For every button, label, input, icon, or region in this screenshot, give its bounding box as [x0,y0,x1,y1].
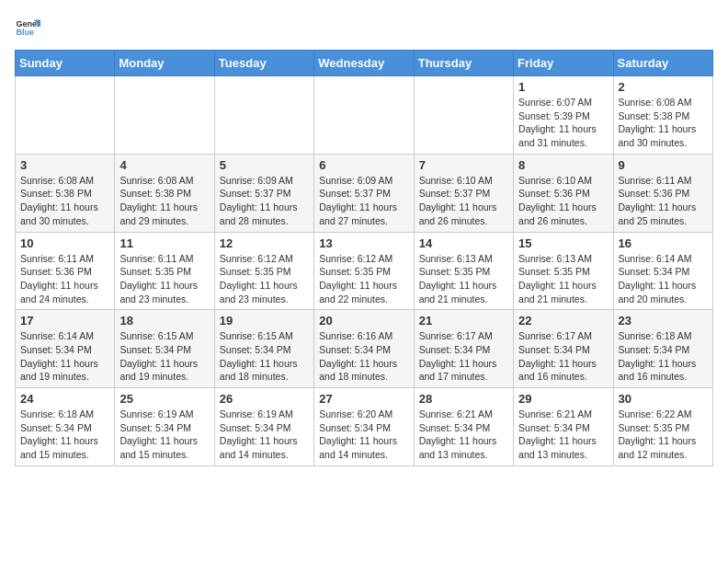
day-cell: 22Sunrise: 6:17 AM Sunset: 5:34 PM Dayli… [514,310,613,388]
day-info: Sunrise: 6:10 AM Sunset: 5:36 PM Dayligh… [518,174,608,228]
day-info: Sunrise: 6:13 AM Sunset: 5:35 PM Dayligh… [518,252,608,306]
day-number: 4 [119,158,209,172]
day-number: 29 [518,392,608,406]
day-number: 23 [619,314,708,327]
day-info: Sunrise: 6:19 AM Sunset: 5:34 PM Dayligh… [119,408,209,462]
day-info: Sunrise: 6:11 AM Sunset: 5:36 PM Dayligh… [20,252,109,306]
day-info: Sunrise: 6:10 AM Sunset: 5:37 PM Dayligh… [419,174,508,228]
day-info: Sunrise: 6:17 AM Sunset: 5:34 PM Dayligh… [518,329,608,384]
day-number: 25 [119,392,209,406]
day-number: 22 [518,314,608,327]
day-cell: 11Sunrise: 6:11 AM Sunset: 5:35 PM Dayli… [115,232,214,310]
week-row-1: 1Sunrise: 6:07 AM Sunset: 5:39 PM Daylig… [16,76,713,155]
day-info: Sunrise: 6:18 AM Sunset: 5:34 PM Dayligh… [619,329,708,384]
day-info: Sunrise: 6:11 AM Sunset: 5:35 PM Dayligh… [119,252,209,306]
day-cell: 9Sunrise: 6:11 AM Sunset: 5:36 PM Daylig… [613,154,712,232]
day-number: 26 [220,392,309,406]
day-info: Sunrise: 6:21 AM Sunset: 5:34 PM Dayligh… [518,408,608,462]
weekday-header-monday: Monday [115,51,214,76]
day-cell: 19Sunrise: 6:15 AM Sunset: 5:34 PM Dayli… [214,310,313,388]
day-cell: 18Sunrise: 6:15 AM Sunset: 5:34 PM Dayli… [115,310,214,388]
day-cell: 12Sunrise: 6:12 AM Sunset: 5:35 PM Dayli… [214,232,313,310]
weekday-header-row: SundayMondayTuesdayWednesdayThursdayFrid… [16,51,713,76]
svg-text:Blue: Blue [16,28,34,37]
weekday-header-tuesday: Tuesday [214,51,313,76]
day-info: Sunrise: 6:19 AM Sunset: 5:34 PM Dayligh… [220,408,309,462]
week-row-4: 17Sunrise: 6:14 AM Sunset: 5:34 PM Dayli… [16,310,713,388]
day-cell [414,76,513,155]
day-number: 30 [619,392,708,406]
day-cell: 17Sunrise: 6:14 AM Sunset: 5:34 PM Dayli… [16,310,115,388]
day-number: 19 [220,314,309,327]
day-cell: 26Sunrise: 6:19 AM Sunset: 5:34 PM Dayli… [214,388,313,466]
day-cell: 10Sunrise: 6:11 AM Sunset: 5:36 PM Dayli… [16,232,115,310]
day-info: Sunrise: 6:21 AM Sunset: 5:34 PM Dayligh… [419,408,508,462]
day-number: 21 [419,314,508,327]
day-cell: 7Sunrise: 6:10 AM Sunset: 5:37 PM Daylig… [414,154,513,232]
weekday-header-wednesday: Wednesday [314,51,414,76]
calendar: SundayMondayTuesdayWednesdayThursdayFrid… [15,50,713,466]
day-cell: 4Sunrise: 6:08 AM Sunset: 5:38 PM Daylig… [115,154,214,232]
day-cell: 23Sunrise: 6:18 AM Sunset: 5:34 PM Dayli… [613,310,712,388]
day-info: Sunrise: 6:22 AM Sunset: 5:35 PM Dayligh… [619,408,708,462]
day-cell: 27Sunrise: 6:20 AM Sunset: 5:34 PM Dayli… [314,388,414,466]
day-cell: 1Sunrise: 6:07 AM Sunset: 5:39 PM Daylig… [514,76,613,155]
day-cell [314,76,414,155]
day-cell: 21Sunrise: 6:17 AM Sunset: 5:34 PM Dayli… [414,310,513,388]
day-number: 13 [319,236,408,250]
day-number: 5 [220,158,309,172]
weekday-header-friday: Friday [514,51,613,76]
day-info: Sunrise: 6:07 AM Sunset: 5:39 PM Dayligh… [518,96,608,150]
day-cell: 3Sunrise: 6:08 AM Sunset: 5:38 PM Daylig… [16,154,115,232]
day-number: 1 [518,80,608,94]
week-row-3: 10Sunrise: 6:11 AM Sunset: 5:36 PM Dayli… [16,232,713,310]
day-cell: 5Sunrise: 6:09 AM Sunset: 5:37 PM Daylig… [214,154,313,232]
day-cell: 8Sunrise: 6:10 AM Sunset: 5:36 PM Daylig… [514,154,613,232]
day-number: 12 [220,236,309,250]
day-cell [214,76,313,155]
day-cell [115,76,214,155]
day-cell: 20Sunrise: 6:16 AM Sunset: 5:34 PM Dayli… [314,310,414,388]
day-cell: 25Sunrise: 6:19 AM Sunset: 5:34 PM Dayli… [115,388,214,466]
day-cell [16,76,115,155]
day-info: Sunrise: 6:18 AM Sunset: 5:34 PM Dayligh… [20,408,109,462]
day-number: 7 [419,158,508,172]
day-number: 6 [319,158,408,172]
day-info: Sunrise: 6:12 AM Sunset: 5:35 PM Dayligh… [220,252,309,306]
day-cell: 28Sunrise: 6:21 AM Sunset: 5:34 PM Dayli… [414,388,513,466]
day-cell: 30Sunrise: 6:22 AM Sunset: 5:35 PM Dayli… [613,388,712,466]
day-info: Sunrise: 6:12 AM Sunset: 5:35 PM Dayligh… [319,252,408,306]
day-number: 2 [619,80,708,94]
day-info: Sunrise: 6:08 AM Sunset: 5:38 PM Dayligh… [20,174,109,228]
day-number: 14 [419,236,508,250]
day-info: Sunrise: 6:15 AM Sunset: 5:34 PM Dayligh… [220,329,309,384]
week-row-2: 3Sunrise: 6:08 AM Sunset: 5:38 PM Daylig… [16,154,713,232]
day-number: 9 [619,158,708,172]
day-cell: 24Sunrise: 6:18 AM Sunset: 5:34 PM Dayli… [16,388,115,466]
day-number: 11 [119,236,209,250]
day-info: Sunrise: 6:09 AM Sunset: 5:37 PM Dayligh… [319,174,408,228]
day-number: 15 [518,236,608,250]
day-info: Sunrise: 6:11 AM Sunset: 5:36 PM Dayligh… [619,174,708,228]
weekday-header-thursday: Thursday [414,51,513,76]
day-number: 3 [20,158,109,172]
logo: General Blue [15,15,40,40]
day-cell: 14Sunrise: 6:13 AM Sunset: 5:35 PM Dayli… [414,232,513,310]
day-number: 27 [319,392,408,406]
day-number: 16 [619,236,708,250]
day-cell: 29Sunrise: 6:21 AM Sunset: 5:34 PM Dayli… [514,388,613,466]
day-cell: 15Sunrise: 6:13 AM Sunset: 5:35 PM Dayli… [514,232,613,310]
day-info: Sunrise: 6:14 AM Sunset: 5:34 PM Dayligh… [619,252,708,306]
day-cell: 16Sunrise: 6:14 AM Sunset: 5:34 PM Dayli… [613,232,712,310]
day-info: Sunrise: 6:15 AM Sunset: 5:34 PM Dayligh… [119,329,209,384]
day-info: Sunrise: 6:20 AM Sunset: 5:34 PM Dayligh… [319,408,408,462]
day-info: Sunrise: 6:08 AM Sunset: 5:38 PM Dayligh… [119,174,209,228]
week-row-5: 24Sunrise: 6:18 AM Sunset: 5:34 PM Dayli… [16,388,713,466]
day-info: Sunrise: 6:17 AM Sunset: 5:34 PM Dayligh… [419,329,508,384]
logo-icon: General Blue [15,15,40,40]
day-cell: 6Sunrise: 6:09 AM Sunset: 5:37 PM Daylig… [314,154,414,232]
day-number: 28 [419,392,508,406]
day-info: Sunrise: 6:08 AM Sunset: 5:38 PM Dayligh… [619,96,708,150]
day-number: 17 [20,314,109,327]
header: General Blue [15,15,713,40]
